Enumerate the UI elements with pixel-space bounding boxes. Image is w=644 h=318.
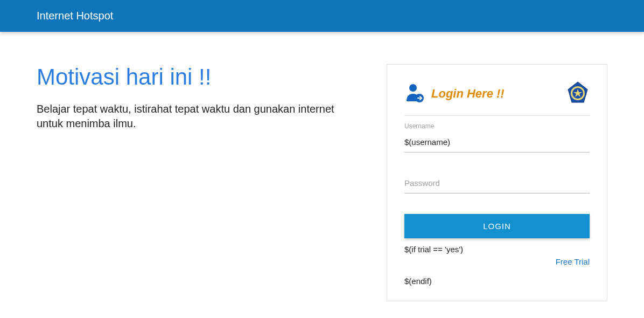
username-group: Username [404,122,590,153]
main-container: Motivasi hari ini !! Belajar tepat waktu… [26,32,618,318]
free-trial-row: Free Trial [404,257,590,267]
free-trial-link[interactable]: Free Trial [556,257,590,266]
username-input[interactable] [404,134,590,153]
username-label: Username [404,122,590,130]
motivation-title: Motivasi hari ini !! [37,64,354,90]
password-group [404,175,590,193]
login-header: Login Here !! [404,81,590,116]
motivation-text: Belajar tepat waktu, istirahat tepat wak… [37,102,354,131]
user-login-icon [404,83,426,105]
login-title: Login Here !! [431,87,505,101]
organization-logo-icon [566,81,590,107]
password-input[interactable] [404,175,590,193]
trial-if-text: $(if trial == 'yes') [404,245,590,254]
trial-endif-text: $(endif) [404,276,590,286]
login-button[interactable]: LOGIN [404,214,590,238]
login-panel: Login Here !! Username LOGIN $(if trial … [387,64,607,301]
motivation-panel: Motivasi hari ini !! Belajar tepat waktu… [37,64,365,301]
svg-point-0 [409,84,417,92]
page-header: Internet Hotspot [0,0,644,32]
header-title: Internet Hotspot [37,10,113,22]
